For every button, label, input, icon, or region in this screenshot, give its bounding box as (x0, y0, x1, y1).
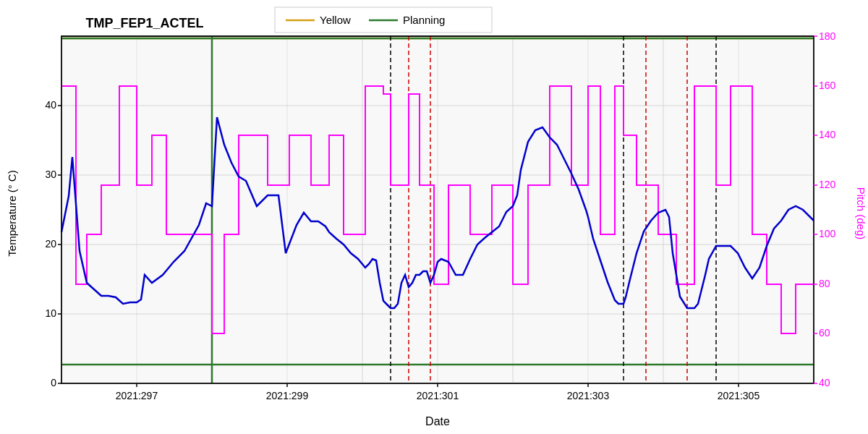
y-right-tick-40: 40 (819, 377, 830, 388)
y-right-tick-60: 60 (819, 327, 830, 339)
y-right-tick-120: 120 (819, 179, 836, 190)
chart-container: 0 10 20 30 40 Temperature (° C) 40 60 80… (0, 0, 868, 434)
y-left-tick-10: 10 (45, 307, 56, 319)
y-left-tick-20: 20 (45, 238, 56, 250)
y-left-tick-40: 40 (45, 99, 56, 111)
legend-planning-label: Planning (403, 14, 445, 26)
x-tick-303: 2021:303 (567, 390, 610, 401)
x-tick-297: 2021:297 (116, 390, 158, 401)
y-left-tick-30: 30 (45, 169, 56, 180)
x-tick-305: 2021:305 (718, 390, 760, 401)
y-left-label: Temperature (° C) (6, 170, 18, 256)
y-left-tick-0: 0 (51, 377, 56, 388)
x-tick-301: 2021:301 (417, 390, 459, 401)
x-tick-299: 2021:299 (266, 390, 309, 401)
x-axis-label: Date (425, 415, 450, 427)
y-right-tick-140: 140 (819, 129, 836, 140)
y-right-tick-160: 160 (819, 80, 836, 91)
y-right-tick-180: 180 (819, 30, 836, 42)
y-right-label: Pitch (deg) (855, 187, 867, 240)
y-right-tick-100: 100 (819, 228, 836, 239)
legend-yellow-label: Yellow (320, 14, 351, 26)
y-right-tick-80: 80 (819, 278, 830, 289)
chart-title: TMP_FEP1_ACTEL (85, 16, 203, 30)
